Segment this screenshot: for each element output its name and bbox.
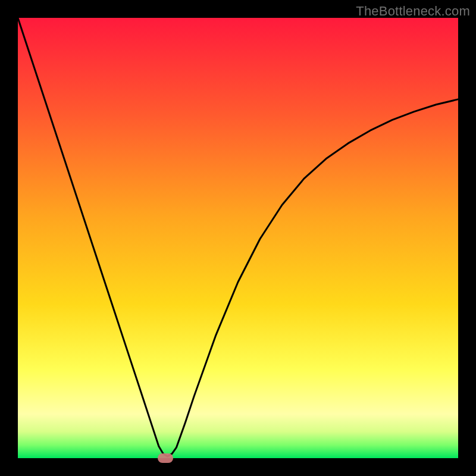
bottleneck-curve xyxy=(18,18,458,458)
minimum-marker xyxy=(158,453,173,463)
watermark-text: TheBottleneck.com xyxy=(356,4,470,19)
plot-frame xyxy=(18,18,458,458)
